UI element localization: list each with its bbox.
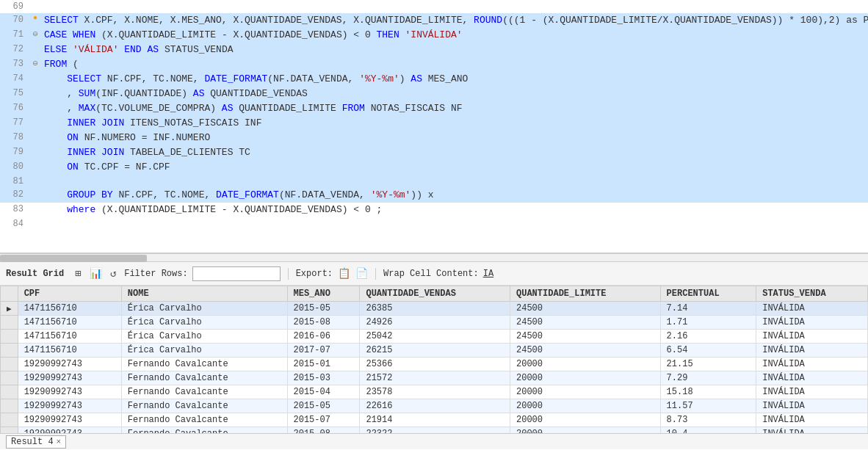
code-line-75[interactable]: 75 , SUM(INF.QUANTIDADE) AS QUANTIDADE_V… — [0, 87, 868, 101]
cell-quantidade_vendas: 21572 — [360, 371, 510, 385]
cell-percentual: 21.15 — [660, 358, 756, 371]
col-header-indicator[interactable] — [1, 286, 18, 302]
col-header-STATUS_VENDA[interactable]: STATUS_VENDA — [756, 286, 868, 302]
cell-mes_ano: 2015-08 — [287, 427, 360, 434]
cell-cpf: 19290992743 — [18, 427, 121, 434]
line-content: FROM ( — [41, 58, 868, 71]
cell-cpf: 1471156710 — [18, 316, 121, 330]
cell-quantidade_limite: 24500 — [510, 330, 661, 344]
editor-area: 6970●SELECT X.CPF, X.NOME, X.MES_ANO, X.… — [0, 0, 868, 253]
cell-status_venda: INVÁLIDA — [756, 385, 868, 399]
hscroll-thumb[interactable] — [0, 255, 147, 262]
cell-nome: Fernando Cavalcante — [121, 385, 287, 399]
table-row[interactable]: 1471156710Érica Carvalho2015-08249262450… — [1, 316, 868, 330]
cell-cpf: 1471156710 — [18, 344, 121, 358]
table-row[interactable]: 19290992743Fernando Cavalcante2015-01253… — [1, 358, 868, 371]
code-line-71[interactable]: 71⊖CASE WHEN (X.QUANTIDADE_LIMITE - X.QU… — [0, 28, 868, 43]
cell-percentual: 15.18 — [660, 385, 756, 399]
close-tab-button[interactable]: × — [57, 438, 62, 446]
cell-percentual: 7.29 — [660, 371, 756, 385]
chart-icon[interactable]: 📊 — [89, 267, 102, 280]
cell-quantidade_limite: 24500 — [510, 316, 661, 330]
result-table: CPFNOMEMES_ANOQUANTIDADE_VENDASQUANTIDAD… — [0, 286, 868, 433]
col-header-QUANTIDADE_VENDAS[interactable]: QUANTIDADE_VENDAS — [360, 286, 510, 302]
line-number: 73 — [0, 58, 29, 69]
table-row[interactable]: 19290992743Fernando Cavalcante2015-08223… — [1, 427, 868, 434]
code-line-77[interactable]: 77 INNER JOIN ITENS_NOTAS_FISCAIS INF — [0, 116, 868, 131]
result-tab-label: Result 4 — [11, 437, 54, 447]
code-line-74[interactable]: 74 SELECT NF.CPF, TC.NOME, DATE_FORMAT(N… — [0, 72, 868, 87]
col-header-QUANTIDADE_LIMITE[interactable]: QUANTIDADE_LIMITE — [510, 286, 661, 302]
cell-quantidade_limite: 20000 — [510, 385, 661, 399]
cell-mes_ano: 2015-01 — [287, 358, 360, 371]
table-row[interactable]: ▶1471156710Érica Carvalho2015-0526385245… — [1, 302, 868, 316]
cell-quantidade_limite: 20000 — [510, 413, 661, 427]
cell-percentual: 2.16 — [660, 330, 756, 344]
grid-icon[interactable]: ⊞ — [71, 267, 84, 280]
code-line-82[interactable]: 82 GROUP BY NF.CPF, TC.NOME, DATE_FORMAT… — [0, 188, 868, 203]
row-indicator — [1, 344, 18, 358]
row-indicator: ▶ — [1, 302, 18, 316]
code-line-73[interactable]: 73⊖FROM ( — [0, 57, 868, 72]
ia-label[interactable]: IA — [483, 269, 493, 279]
code-line-72[interactable]: 72ELSE 'VÁLIDA' END AS STATUS_VENDA — [0, 43, 868, 57]
cell-quantidade_vendas: 24926 — [360, 316, 510, 330]
filter-input[interactable] — [192, 266, 281, 281]
line-marker: ⊖ — [29, 29, 41, 40]
refresh-icon[interactable]: ↺ — [106, 267, 120, 280]
col-header-NOME[interactable]: NOME — [121, 286, 287, 302]
row-indicator — [1, 413, 18, 427]
code-line-84[interactable]: 84 — [0, 217, 868, 231]
line-number: 77 — [0, 117, 29, 128]
result-table-container[interactable]: CPFNOMEMES_ANOQUANTIDADE_VENDASQUANTIDAD… — [0, 286, 868, 433]
cell-status_venda: INVÁLIDA — [756, 399, 868, 413]
row-indicator — [1, 358, 18, 371]
col-header-MES_ANO[interactable]: MES_ANO — [287, 286, 360, 302]
code-line-80[interactable]: 80 ON TC.CPF = NF.CPF — [0, 160, 868, 175]
code-line-78[interactable]: 78 ON NF.NUMERO = INF.NUMERO — [0, 131, 868, 145]
cell-quantidade_vendas: 21914 — [360, 413, 510, 427]
cell-cpf: 19290992743 — [18, 385, 121, 399]
table-row[interactable]: 19290992743Fernando Cavalcante2015-03215… — [1, 371, 868, 385]
cell-nome: Érica Carvalho — [121, 316, 287, 330]
line-number: 75 — [0, 87, 29, 98]
cell-nome: Fernando Cavalcante — [121, 427, 287, 434]
cell-mes_ano: 2017-07 — [287, 344, 360, 358]
cell-quantidade_vendas: 22322 — [360, 427, 510, 434]
table-row[interactable]: 1471156710Érica Carvalho2016-06250422450… — [1, 330, 868, 344]
line-content: CASE WHEN (X.QUANTIDADE_LIMITE - X.QUANT… — [41, 29, 868, 42]
line-marker: ⊖ — [29, 58, 41, 69]
cell-quantidade_vendas: 25042 — [360, 330, 510, 344]
cell-cpf: 19290992743 — [18, 413, 121, 427]
code-line-70[interactable]: 70●SELECT X.CPF, X.NOME, X.MES_ANO, X.QU… — [0, 13, 868, 28]
code-line-79[interactable]: 79 INNER JOIN TABELA_DE_CLIENTES TC — [0, 145, 868, 160]
code-line-76[interactable]: 76 , MAX(TC.VOLUME_DE_COMPRA) AS QUANTID… — [0, 101, 868, 116]
table-row[interactable]: 19290992743Fernando Cavalcante2015-07219… — [1, 413, 868, 427]
cell-quantidade_vendas: 22616 — [360, 399, 510, 413]
cell-percentual: 11.57 — [660, 399, 756, 413]
hscroll[interactable] — [0, 253, 868, 262]
line-number: 74 — [0, 73, 29, 84]
cell-percentual: 1.71 — [660, 316, 756, 330]
result-tab[interactable]: Result 4 × — [6, 435, 66, 449]
cell-quantidade_limite: 20000 — [510, 358, 661, 371]
table-row[interactable]: 19290992743Fernando Cavalcante2015-04235… — [1, 385, 868, 399]
row-indicator — [1, 385, 18, 399]
table-row[interactable]: 19290992743Fernando Cavalcante2015-05226… — [1, 399, 868, 413]
cell-nome: Érica Carvalho — [121, 344, 287, 358]
cell-quantidade_vendas: 25366 — [360, 358, 510, 371]
cell-mes_ano: 2015-03 — [287, 371, 360, 385]
col-header-PERCENTUAL[interactable]: PERCENTUAL — [660, 286, 756, 302]
cell-cpf: 19290992743 — [18, 371, 121, 385]
code-line-81[interactable]: 81 — [0, 175, 868, 188]
table-row[interactable]: 1471156710Érica Carvalho2017-07262152450… — [1, 344, 868, 358]
export-csv-icon[interactable]: 📄 — [355, 267, 368, 280]
export-spreadsheet-icon[interactable]: 📋 — [337, 267, 350, 280]
code-line-69[interactable]: 69 — [0, 0, 868, 13]
line-number: 70 — [0, 14, 29, 25]
code-line-83[interactable]: 83 where (X.QUANTIDADE_LIMITE - X.QUANTI… — [0, 203, 868, 217]
col-header-CPF[interactable]: CPF — [18, 286, 121, 302]
cell-cpf: 19290992743 — [18, 358, 121, 371]
line-number: 71 — [0, 29, 29, 40]
cell-status_venda: INVÁLIDA — [756, 344, 868, 358]
